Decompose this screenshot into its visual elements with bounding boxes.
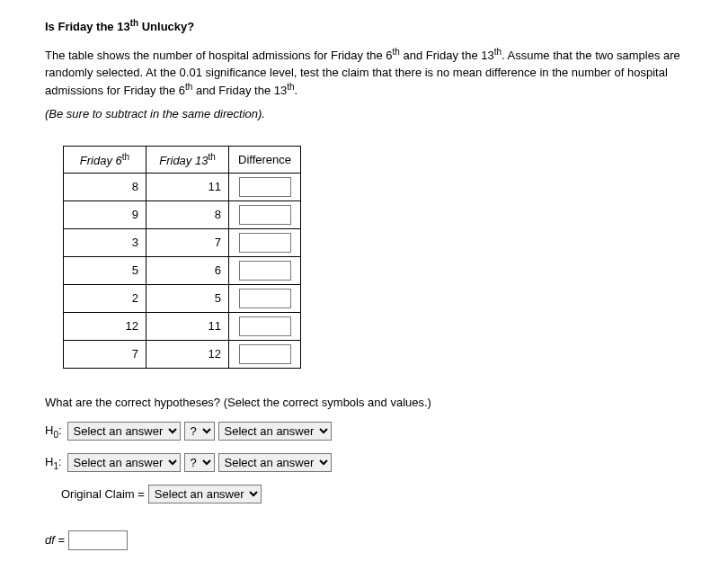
- h0-operator-select[interactable]: ?: [184, 422, 215, 441]
- h1-label: H1:: [45, 455, 62, 471]
- difference-input[interactable]: [239, 316, 291, 336]
- original-claim-label: Original Claim =: [61, 487, 145, 501]
- hypotheses-question: What are the correct hypotheses? (Select…: [45, 396, 683, 409]
- cell-friday6: 3: [64, 228, 146, 256]
- cell-difference: [229, 340, 301, 368]
- cell-friday6: 5: [64, 256, 146, 284]
- cell-friday13: 11: [146, 173, 229, 200]
- original-claim-select[interactable]: Select an answer: [148, 485, 262, 503]
- original-claim-row: Original Claim = Select an answer: [61, 485, 683, 503]
- h1-row: H1: Select an answer ? Select an answer: [45, 453, 683, 472]
- cell-difference: [229, 173, 301, 200]
- desc-text-2: and Friday the 13: [400, 49, 494, 63]
- cell-friday6: 2: [64, 284, 146, 312]
- desc-text-5: .: [295, 84, 298, 97]
- h0-value-select[interactable]: Select an answer: [218, 422, 332, 441]
- cell-friday13: 7: [146, 228, 229, 256]
- cell-friday6: 12: [64, 312, 146, 340]
- cell-friday13: 11: [146, 312, 229, 340]
- instruction: (Be sure to subtract in the same directi…: [45, 107, 683, 120]
- cell-difference: [229, 312, 301, 340]
- title-sup: th: [130, 18, 138, 28]
- data-table: Friday 6th Friday 13th Difference 8 11 9…: [63, 146, 301, 369]
- desc-sup-1: th: [393, 47, 400, 57]
- cell-difference: [229, 284, 301, 312]
- table-row: 2 5: [64, 284, 301, 312]
- cell-friday13: 8: [146, 200, 229, 228]
- cell-friday6: 9: [64, 200, 146, 228]
- difference-input[interactable]: [239, 233, 291, 253]
- desc-sup-4: th: [287, 82, 294, 92]
- title-text-2: Unlucky?: [138, 20, 194, 33]
- description: The table shows the number of hospital a…: [45, 46, 683, 99]
- table-header-friday13: Friday 13th: [146, 146, 229, 173]
- cell-friday13: 5: [146, 284, 229, 312]
- difference-input[interactable]: [239, 261, 291, 281]
- difference-input[interactable]: [239, 289, 291, 308]
- table-row: 5 6: [64, 256, 301, 284]
- difference-input[interactable]: [239, 205, 291, 225]
- h0-row: H0: Select an answer ? Select an answer: [45, 422, 683, 441]
- page-title: Is Friday the 13th Unlucky?: [45, 18, 683, 33]
- cell-difference: [229, 256, 301, 284]
- table-row: 3 7: [64, 228, 301, 256]
- h1-value-select[interactable]: Select an answer: [218, 453, 332, 472]
- desc-text-1: The table shows the number of hospital a…: [45, 49, 393, 63]
- cell-friday6: 7: [64, 340, 146, 368]
- h0-parameter-select[interactable]: Select an answer: [67, 422, 181, 441]
- difference-input[interactable]: [239, 344, 291, 364]
- cell-friday13: 12: [146, 340, 229, 368]
- table-row: 8 11: [64, 173, 301, 200]
- table-row: 7 12: [64, 340, 301, 368]
- difference-input[interactable]: [239, 177, 291, 197]
- table-header-friday6: Friday 6th: [64, 146, 146, 173]
- h0-label: H0:: [45, 423, 62, 440]
- table-row: 9 8: [64, 200, 301, 228]
- cell-difference: [229, 200, 301, 228]
- df-label: df =: [45, 533, 65, 547]
- table-header-difference: Difference: [229, 146, 301, 173]
- h1-parameter-select[interactable]: Select an answer: [67, 453, 181, 472]
- desc-sup-2: th: [494, 47, 502, 57]
- cell-difference: [229, 228, 301, 256]
- desc-text-4: and Friday the 13: [192, 84, 287, 97]
- h1-operator-select[interactable]: ?: [184, 453, 215, 472]
- df-row: df =: [45, 530, 683, 550]
- cell-friday13: 6: [146, 256, 229, 284]
- title-text-1: Is Friday the 13: [45, 20, 130, 33]
- cell-friday6: 8: [64, 173, 146, 200]
- df-input[interactable]: [68, 530, 128, 550]
- table-row: 12 11: [64, 312, 301, 340]
